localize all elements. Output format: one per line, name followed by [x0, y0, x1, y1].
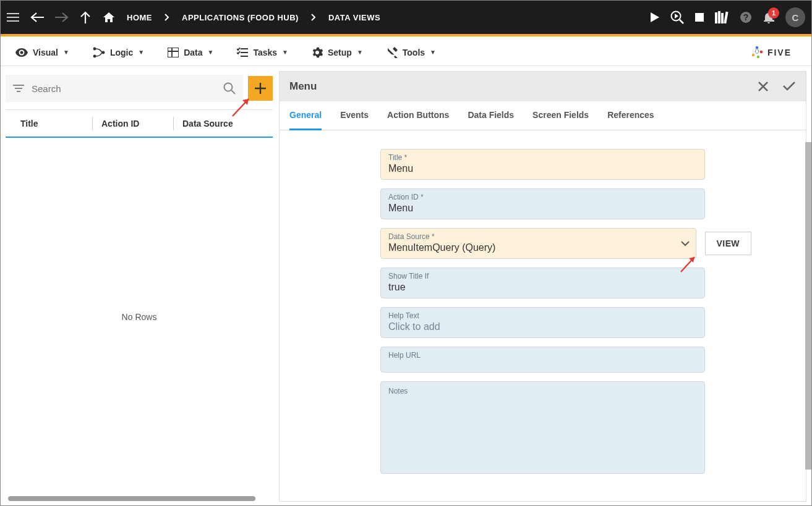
avatar[interactable]: C: [785, 7, 805, 27]
chevron-down-icon[interactable]: [681, 240, 690, 247]
menubar: Visual▼ Logic▼ Data▼ Tasks▼ Setup▼ Tools…: [1, 39, 811, 66]
menu-tasks[interactable]: Tasks▼: [237, 48, 288, 57]
svg-text:?: ?: [743, 12, 749, 22]
logo[interactable]: FIVE: [750, 46, 797, 59]
menu-visual[interactable]: Visual▼: [15, 48, 69, 57]
svg-rect-4: [721, 13, 724, 23]
main-content: Title Action ID Data Source No Rows Menu: [1, 66, 811, 506]
help-icon[interactable]: ?: [740, 11, 752, 23]
back-arrow-icon[interactable]: [30, 12, 44, 23]
svg-rect-5: [724, 12, 728, 23]
column-title[interactable]: Title: [12, 119, 92, 129]
tab-events[interactable]: Events: [340, 101, 369, 130]
books-icon[interactable]: [715, 11, 729, 23]
notifications-icon[interactable]: 1: [763, 11, 774, 23]
hamburger-menu-icon[interactable]: [7, 12, 19, 22]
play-icon[interactable]: [651, 12, 659, 22]
notes-field[interactable]: Notes: [380, 381, 705, 474]
view-button[interactable]: VIEW: [705, 232, 751, 255]
svg-rect-1: [695, 13, 704, 22]
forward-arrow-icon[interactable]: [55, 12, 69, 23]
svg-rect-3: [718, 11, 720, 23]
stop-icon[interactable]: [695, 13, 704, 22]
help-text-field[interactable]: Help Text Click to add: [380, 307, 705, 338]
form: Title * Menu Action ID * Menu Data Sourc…: [280, 130, 806, 501]
chevron-right-icon: [165, 14, 169, 21]
svg-point-8: [20, 51, 24, 54]
data-source-field[interactable]: Data Source * MenuItemQuery (Query): [380, 228, 696, 259]
menu-logic[interactable]: Logic▼: [93, 47, 144, 58]
tab-action-buttons[interactable]: Action Buttons: [387, 101, 449, 130]
svg-point-14: [756, 46, 759, 49]
notification-badge: 1: [768, 7, 779, 19]
search-icon[interactable]: [223, 82, 236, 95]
tabs: General Events Action Buttons Data Field…: [280, 101, 806, 130]
grid-header: Title Action ID Data Source: [6, 109, 273, 137]
tab-references[interactable]: References: [607, 101, 654, 130]
empty-rows-text: No Rows: [122, 312, 157, 322]
breadcrumb-app[interactable]: APPLICATIONS (FOOD HUB): [182, 13, 299, 22]
action-id-field[interactable]: Action ID * Menu: [380, 188, 705, 219]
vertical-scrollbar[interactable]: [805, 142, 811, 470]
grid-body: No Rows: [6, 138, 273, 495]
menu-setup[interactable]: Setup▼: [312, 47, 363, 58]
filter-icon: [13, 84, 24, 93]
svg-point-11: [102, 51, 105, 54]
menu-data[interactable]: Data▼: [168, 48, 213, 57]
column-data-source[interactable]: Data Source: [174, 119, 267, 129]
panel-title: Menu: [289, 80, 317, 93]
logo-text: FIVE: [767, 48, 792, 57]
right-panel: Menu General Events Action Buttons Data …: [279, 71, 806, 502]
search-input[interactable]: [6, 75, 243, 102]
show-title-if-field[interactable]: Show Title If true: [380, 268, 705, 298]
column-action-id[interactable]: Action ID: [93, 119, 173, 129]
chevron-right-icon: [311, 14, 316, 21]
horizontal-scrollbar[interactable]: [6, 495, 273, 502]
breadcrumb: HOME APPLICATIONS (FOOD HUB) DATA VIEWS: [103, 12, 380, 22]
up-arrow-icon[interactable]: [80, 11, 91, 23]
tab-data-fields[interactable]: Data Fields: [468, 101, 514, 130]
svg-rect-12: [168, 48, 179, 57]
svg-point-10: [93, 54, 96, 57]
tab-general[interactable]: General: [289, 101, 322, 130]
svg-point-15: [760, 50, 763, 53]
panel-header: Menu: [280, 72, 806, 101]
help-url-field[interactable]: Help URL: [380, 347, 705, 373]
accent-divider: [1, 34, 811, 36]
search-field[interactable]: [32, 83, 216, 94]
confirm-icon[interactable]: [782, 81, 796, 92]
svg-rect-2: [715, 12, 717, 23]
topbar: HOME APPLICATIONS (FOOD HUB) DATA VIEWS …: [1, 1, 811, 34]
add-button[interactable]: [248, 76, 273, 101]
tab-screen-fields[interactable]: Screen Fields: [532, 101, 589, 130]
svg-point-17: [752, 53, 755, 56]
svg-point-18: [224, 83, 233, 91]
svg-point-16: [757, 55, 760, 58]
breadcrumb-home[interactable]: HOME: [127, 13, 152, 22]
title-field[interactable]: Title * Menu: [380, 149, 705, 180]
close-icon[interactable]: [758, 81, 769, 92]
left-panel: Title Action ID Data Source No Rows: [6, 71, 273, 502]
menu-tools[interactable]: Tools▼: [387, 47, 436, 58]
magnify-play-icon[interactable]: [670, 11, 684, 24]
svg-point-9: [93, 47, 96, 50]
breadcrumb-page[interactable]: DATA VIEWS: [328, 13, 380, 22]
home-icon[interactable]: [103, 12, 114, 22]
